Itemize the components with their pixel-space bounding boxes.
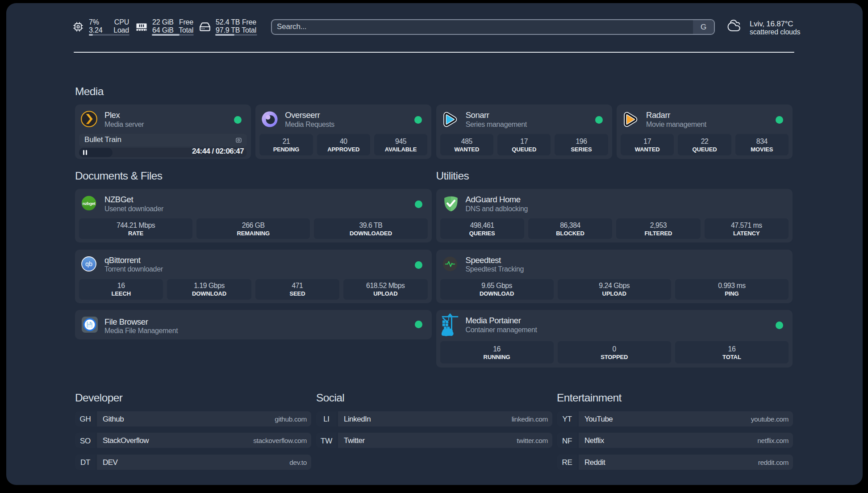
svg-text:nzbget: nzbget (83, 201, 96, 206)
svg-text:qb: qb (85, 260, 92, 267)
